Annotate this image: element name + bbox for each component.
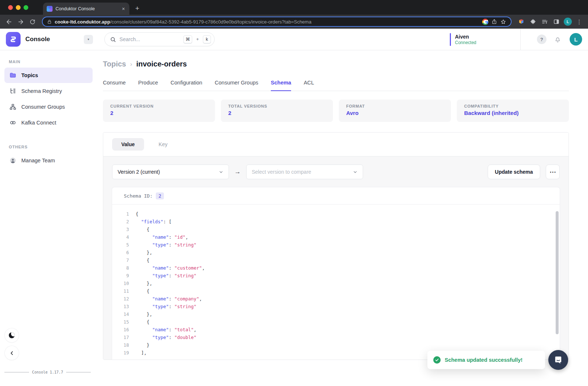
stat-label: COMPATIBILITY <box>464 104 562 108</box>
stat-card-format: FORMATAvro <box>339 100 451 122</box>
extensions-puzzle-icon[interactable] <box>528 17 537 26</box>
tab-close-icon[interactable]: × <box>121 6 126 12</box>
line-number: 8 <box>112 265 129 271</box>
extension-colorful-icon[interactable] <box>517 17 526 26</box>
browser-tabstrip: Conduktor Console × + <box>0 0 588 15</box>
code-scrollbar-thumb[interactable] <box>556 211 559 334</box>
main-content: Topics › invoice-orders ConsumeProduceCo… <box>97 50 588 386</box>
tab-value[interactable]: Value <box>112 138 144 151</box>
code-line: 1{ <box>112 210 560 218</box>
conduktor-logo-icon <box>6 32 21 47</box>
code-lines: 1{2 "fields": [3 {4 "name": "id",5 "type… <box>112 210 560 357</box>
stat-card-total-versions: TOTAL VERSIONS2 <box>221 100 333 122</box>
translate-icon[interactable] <box>482 19 488 25</box>
stat-value: Avro <box>346 110 444 116</box>
header-divider <box>520 29 521 50</box>
code-line: 9 "type": "string" <box>112 272 560 279</box>
code-text: { <box>136 288 150 294</box>
line-number: 16 <box>112 327 129 332</box>
line-number: 19 <box>112 350 129 356</box>
more-actions-button[interactable]: ⋯ <box>546 165 560 179</box>
url-bar[interactable]: cooke-ltd.conduktor.app/console/clusters… <box>42 17 512 27</box>
version-controls: Version 2 (current) → Select version to … <box>112 165 560 179</box>
topic-tabs: ConsumeProduceConfigurationConsumer Grou… <box>103 80 569 91</box>
schema-registry-icon <box>9 87 17 95</box>
window-controls <box>0 5 33 10</box>
tab-produce[interactable]: Produce <box>138 80 158 91</box>
browser-profile-avatar[interactable]: L <box>564 18 572 26</box>
browser-tab[interactable]: Conduktor Console × <box>43 3 129 15</box>
sidebar-item-label: Topics <box>21 72 38 78</box>
line-number: 9 <box>112 273 129 278</box>
line-number: 4 <box>112 234 129 240</box>
bookmark-star-icon[interactable] <box>500 19 506 25</box>
sidebar-nav-main: TopicsSchema RegistryConsumer GroupsKafk… <box>0 68 97 130</box>
forward-icon[interactable] <box>16 17 25 26</box>
sidebar-item-consumer-groups[interactable]: Consumer Groups <box>4 99 93 115</box>
minimize-window-button[interactable] <box>16 5 21 10</box>
tab-consume[interactable]: Consume <box>103 80 126 91</box>
tab-key[interactable]: Key <box>155 138 171 151</box>
sidebar-section-others: OTHERS <box>0 140 97 152</box>
browser-menu-icon[interactable]: ⋮ <box>575 18 584 25</box>
search-icon <box>110 36 116 43</box>
sidebar-item-label: Schema Registry <box>21 88 62 94</box>
sidebar-item-manage-team[interactable]: Manage Team <box>4 153 93 168</box>
code-line: 13 "type": "string" <box>112 303 560 310</box>
line-number: 13 <box>112 304 129 309</box>
code-line: 12 "name": "company", <box>112 295 560 303</box>
line-number: 6 <box>112 250 129 255</box>
line-number: 10 <box>112 281 129 286</box>
chat-launcher-button[interactable] <box>548 350 568 370</box>
code-text: "type": "double" <box>136 335 197 340</box>
reload-icon[interactable] <box>28 17 37 26</box>
search-input[interactable]: Search... ⌘ + k <box>104 32 215 46</box>
close-window-button[interactable] <box>8 5 13 10</box>
dark-mode-toggle[interactable] <box>5 328 19 342</box>
manage-team-icon <box>9 157 17 164</box>
user-avatar[interactable]: L <box>570 33 582 46</box>
help-button[interactable]: ? <box>537 35 546 44</box>
cluster-status: Connected <box>455 40 476 45</box>
line-number: 14 <box>112 311 129 317</box>
sidebar-item-schema-registry[interactable]: Schema Registry <box>4 83 93 99</box>
tab-consumer-groups[interactable]: Consumer Groups <box>215 80 258 91</box>
side-panel-icon[interactable] <box>552 17 561 26</box>
code-text: "name": "total", <box>136 327 197 332</box>
code-editor[interactable]: 1{2 "fields": [3 {4 "name": "id",5 "type… <box>112 205 560 360</box>
line-number: 17 <box>112 335 129 340</box>
schema-code-card: Schema ID: 2 1{2 "fields": [3 {4 "name":… <box>112 187 560 360</box>
workspace-caret-icon[interactable]: ▾ <box>84 35 93 44</box>
browser-toolbar: cooke-ltd.conduktor.app/console/clusters… <box>0 15 588 29</box>
cluster-accent-bar <box>450 33 451 46</box>
sidebar-item-label: Manage Team <box>21 158 55 163</box>
cluster-selector[interactable]: Aiven Connected <box>450 33 520 46</box>
media-queue-icon[interactable] <box>540 17 549 26</box>
tab-schema[interactable]: Schema <box>271 80 291 91</box>
version-select[interactable]: Version 2 (current) <box>112 165 229 179</box>
update-schema-button[interactable]: Update schema <box>488 165 540 179</box>
url-text: cooke-ltd.conduktor.app/console/clusters… <box>55 19 479 25</box>
back-icon[interactable] <box>4 17 13 26</box>
notifications-bell-icon[interactable] <box>554 36 562 43</box>
code-line: 5 "type": "string" <box>112 241 560 249</box>
line-number: 7 <box>112 257 129 263</box>
schema-panel: Value Key Version 2 (current) → Select v… <box>103 132 569 360</box>
breadcrumb-topics-link[interactable]: Topics <box>103 60 126 68</box>
sidebar-item-topics[interactable]: Topics <box>4 68 93 83</box>
code-text: { <box>136 319 150 325</box>
tab-configuration[interactable]: Configuration <box>171 80 202 91</box>
new-tab-button[interactable]: + <box>135 4 139 12</box>
line-number: 12 <box>112 296 129 302</box>
zoom-window-button[interactable] <box>24 5 28 10</box>
line-number: 1 <box>112 211 129 217</box>
code-text: } <box>136 342 150 348</box>
collapse-sidebar-button[interactable] <box>5 346 19 360</box>
tab-acl[interactable]: ACL <box>304 80 314 91</box>
compare-version-select[interactable]: Select version to compare <box>246 165 363 179</box>
browser-tab-title: Conduktor Console <box>55 6 118 11</box>
code-line: 15 { <box>112 318 560 326</box>
sidebar-item-kafka-connect[interactable]: Kafka Connect <box>4 115 93 130</box>
share-icon[interactable] <box>491 19 497 25</box>
toast-message: Schema updated successfully! <box>445 357 523 363</box>
